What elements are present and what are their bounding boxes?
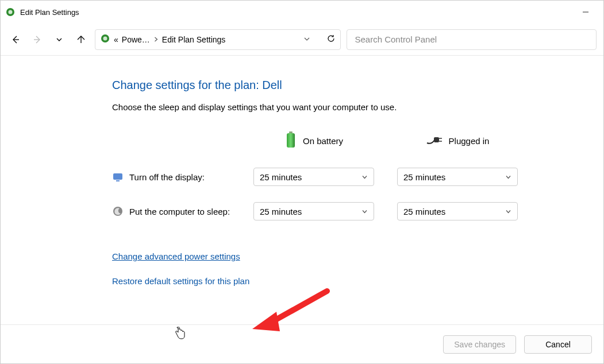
window: Edit Plan Settings « Powe… Edit Pla (0, 0, 604, 364)
breadcrumb-root[interactable]: Powe… (122, 35, 150, 44)
breadcrumb-prefix: « (114, 35, 118, 44)
chevron-right-icon (153, 36, 159, 43)
control-panel-icon (100, 33, 110, 45)
row-label-display: Turn off the display: (112, 171, 253, 183)
column-label-battery: On battery (303, 136, 343, 146)
dropdown-value: 25 minutes (260, 207, 302, 216)
dropdown-display-plugged[interactable]: 25 minutes (397, 168, 518, 186)
page-subtext: Choose the sleep and display settings th… (112, 102, 590, 112)
dropdown-display-battery[interactable]: 25 minutes (253, 168, 374, 186)
column-plugged-in: Plugged in (397, 134, 518, 148)
breadcrumb-current[interactable]: Edit Plan Settings (162, 35, 226, 44)
link-restore-defaults[interactable]: Restore default settings for this plan (112, 276, 249, 286)
links-section: Change advanced power settings Restore d… (112, 251, 590, 286)
row-label-sleep: Put the computer to sleep: (112, 206, 253, 217)
search-input[interactable] (354, 34, 590, 45)
setting-row: Turn off the display: 25 minutes 25 minu… (112, 168, 590, 186)
nav-up-button[interactable] (73, 32, 89, 48)
svg-point-7 (103, 37, 107, 41)
dropdown-sleep-battery[interactable]: 25 minutes (253, 202, 374, 220)
svg-rect-10 (434, 137, 439, 142)
setting-row: Put the computer to sleep: 25 minutes 25… (112, 202, 590, 220)
dropdown-value: 25 minutes (260, 172, 302, 182)
cancel-button[interactable]: Cancel (524, 335, 592, 354)
svg-rect-8 (289, 131, 293, 133)
svg-rect-9 (287, 133, 295, 148)
row-label-text: Put the computer to sleep: (129, 207, 230, 216)
svg-rect-13 (113, 173, 122, 180)
nav-back-button[interactable] (7, 32, 24, 48)
main-content: Change settings for the plan: Dell Choos… (1, 56, 603, 324)
column-label-plugged: Plugged in (449, 136, 490, 146)
columns-header: On battery Plugged in (112, 131, 590, 150)
window-title: Edit Plan Settings (20, 8, 572, 17)
battery-icon (284, 131, 297, 150)
address-dropdown-button[interactable] (303, 35, 310, 44)
link-advanced-power-settings[interactable]: Change advanced power settings (112, 251, 240, 261)
svg-rect-14 (116, 180, 120, 181)
recent-locations-button[interactable] (51, 32, 67, 48)
dropdown-value: 25 minutes (403, 172, 445, 182)
dropdown-value: 25 minutes (403, 207, 445, 216)
display-icon (112, 171, 124, 183)
nav-forward-button (29, 32, 45, 48)
address-bar[interactable]: « Powe… Edit Plan Settings (95, 29, 341, 50)
title-bar: Edit Plan Settings (1, 1, 603, 24)
chevron-down-icon (505, 172, 511, 182)
refresh-button[interactable] (326, 34, 336, 45)
toolbar: « Powe… Edit Plan Settings (1, 24, 603, 56)
chevron-down-icon (361, 207, 368, 216)
minimize-button[interactable] (572, 3, 599, 21)
sleep-icon (112, 206, 124, 217)
footer: Save changes Cancel (1, 324, 603, 363)
page-heading: Change settings for the plan: Dell (112, 79, 590, 92)
plug-icon (426, 134, 443, 148)
svg-line-16 (270, 291, 327, 323)
chevron-down-icon (505, 207, 511, 216)
app-icon (5, 7, 16, 17)
dropdown-sleep-plugged[interactable]: 25 minutes (397, 202, 518, 220)
save-changes-button[interactable]: Save changes (443, 335, 516, 354)
svg-point-1 (9, 10, 13, 14)
search-box[interactable] (347, 29, 597, 50)
row-label-text: Turn off the display: (129, 172, 205, 182)
column-on-battery: On battery (253, 131, 374, 150)
chevron-down-icon (361, 172, 368, 182)
